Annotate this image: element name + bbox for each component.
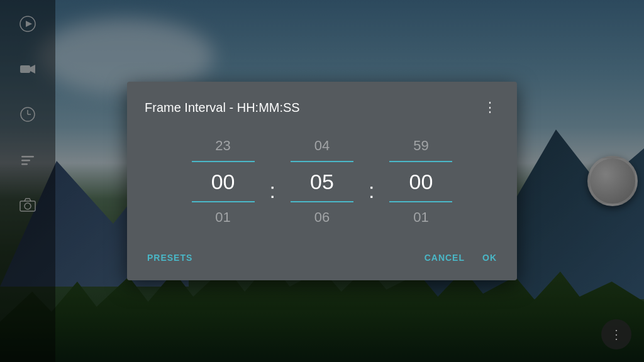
- dialog-header: Frame Interval - HH:MM:SS ⋮: [145, 97, 499, 118]
- hours-below[interactable]: 01: [215, 207, 230, 228]
- hours-top-line: [192, 161, 255, 162]
- seconds-below[interactable]: 01: [413, 207, 428, 228]
- minutes-column: 04 05 06: [278, 136, 366, 228]
- seconds-current[interactable]: 00: [409, 166, 433, 197]
- colon-ms: :: [366, 178, 377, 203]
- minutes-top-line: [291, 161, 353, 162]
- hours-current[interactable]: 00: [211, 166, 235, 197]
- hours-above[interactable]: 23: [215, 136, 230, 156]
- dialog-buttons: PRESETS CANCEL OK: [145, 248, 499, 268]
- dialog-more-icon[interactable]: ⋮: [480, 97, 499, 118]
- frame-interval-dialog: Frame Interval - HH:MM:SS ⋮ 23 00 01 : 0…: [127, 82, 517, 280]
- hours-column: 23 00 01: [179, 136, 267, 228]
- dialog-overlay: Frame Interval - HH:MM:SS ⋮ 23 00 01 : 0…: [0, 0, 644, 362]
- ok-button[interactable]: OK: [480, 248, 499, 268]
- seconds-column: 59 00 01: [377, 136, 465, 228]
- seconds-above[interactable]: 59: [413, 136, 428, 156]
- minutes-below[interactable]: 06: [314, 207, 330, 228]
- time-picker: 23 00 01 : 04 05 06 : 59 00: [145, 136, 499, 228]
- minutes-bottom-line: [291, 201, 353, 202]
- colon-hm: :: [267, 178, 278, 203]
- seconds-top-line: [389, 161, 452, 162]
- minutes-current[interactable]: 05: [310, 166, 334, 197]
- dialog-title: Frame Interval - HH:MM:SS: [145, 101, 300, 115]
- cancel-button[interactable]: CANCEL: [422, 248, 467, 268]
- presets-button[interactable]: PRESETS: [145, 248, 195, 268]
- hours-bottom-line: [192, 201, 255, 202]
- dialog-right-buttons: CANCEL OK: [422, 248, 499, 268]
- seconds-bottom-line: [389, 201, 452, 202]
- minutes-above[interactable]: 04: [314, 136, 330, 156]
